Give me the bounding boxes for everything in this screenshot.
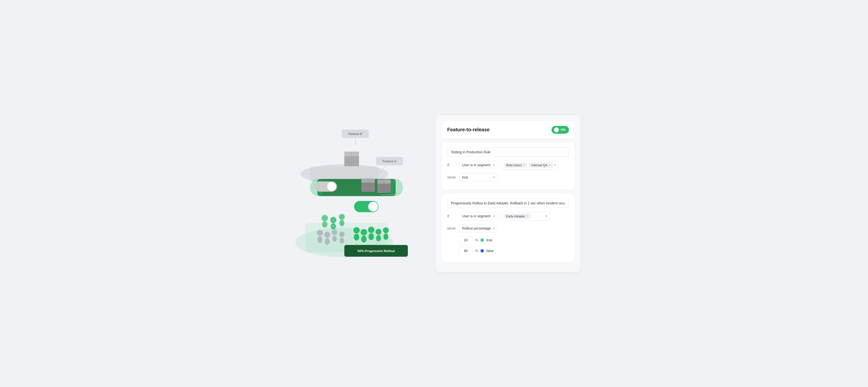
config-panel: Feature-to-release ON If User is in segm…: [435, 115, 581, 272]
rule1-condition-dropdown[interactable]: User is in segment ▾: [459, 161, 498, 169]
rule2-serve-row: serve Rollout percentage ▾: [447, 224, 569, 233]
svg-point-36: [332, 236, 337, 242]
rule1-tags-container[interactable]: Beta Users × Internal QA × ▾: [501, 160, 559, 170]
feature-toggle[interactable]: ON: [552, 126, 569, 134]
svg-point-37: [339, 232, 345, 237]
rule2-card: If User is in segment ▾ Early Adopter × …: [441, 194, 575, 262]
feature-header: Feature-to-release ON: [441, 121, 575, 139]
toggle-circle: [554, 127, 559, 132]
svg-point-42: [361, 236, 367, 242]
rule2-pct-row-true: % true: [459, 236, 569, 244]
svg-text:Feature A: Feature A: [383, 159, 397, 163]
svg-point-28: [368, 202, 378, 211]
rule1-if-label: If: [447, 163, 456, 167]
rule1-condition-value: User is in segment: [462, 163, 491, 167]
rule2-serve-value: Rollout percentage: [462, 227, 491, 230]
rule2-serve-dropdown[interactable]: Rollout percentage ▾: [459, 224, 498, 233]
rule1-if-row: If User is in segment ▾ Beta Users × Int…: [447, 160, 569, 170]
svg-point-40: [354, 234, 359, 241]
svg-point-49: [321, 215, 328, 221]
rule1-serve-value: true: [462, 175, 468, 179]
svg-point-52: [331, 223, 336, 230]
rule2-condition-chevron: ▾: [493, 214, 495, 218]
rule2-tags-chevron: ▾: [546, 214, 547, 218]
svg-point-34: [325, 238, 330, 245]
svg-point-47: [383, 227, 389, 233]
rule2-if-label: If: [447, 214, 456, 218]
rule1-tag-beta-users: Beta Users ×: [504, 162, 527, 168]
rule2-tag-early-adopter-remove[interactable]: ×: [527, 214, 528, 218]
rule2-pct-row-false: % false: [459, 247, 569, 255]
rule1-tag-internal-qa-label: Internal QA: [531, 163, 548, 167]
svg-point-32: [317, 236, 322, 243]
rule2-name-input[interactable]: [447, 199, 569, 208]
toggle-label: ON: [561, 128, 566, 131]
rule2-pct-false-label: false: [486, 249, 494, 253]
rule2-tag-early-adopter-label: Early Adopter: [506, 214, 525, 218]
svg-point-35: [332, 230, 337, 235]
feature-title: Feature-to-release: [447, 127, 490, 132]
svg-point-41: [361, 229, 367, 235]
rule2-pct-true-dot: [480, 238, 484, 242]
rule1-serve-chevron: ▾: [493, 176, 495, 179]
rule2-pct-false-symbol: %: [475, 249, 478, 253]
svg-text:Feature B: Feature B: [348, 132, 362, 136]
svg-point-33: [324, 232, 330, 238]
rule1-card: If User is in segment ▾ Beta Users × Int…: [441, 143, 575, 190]
rule1-tags-chevron: ▾: [555, 163, 556, 167]
svg-text:50% Progressive Rollout: 50% Progressive Rollout: [358, 249, 395, 253]
svg-point-50: [322, 221, 328, 228]
rule2-serve-label: serve: [447, 227, 456, 230]
svg-point-26: [327, 182, 336, 191]
rule2-pct-true-label: true: [486, 238, 492, 242]
svg-point-38: [340, 238, 344, 243]
rule1-serve-row: serve true ▾: [447, 173, 569, 181]
rule2-pct-false-dot: [480, 249, 484, 252]
svg-point-54: [339, 220, 344, 226]
rule1-tag-internal-qa: Internal QA ×: [529, 162, 553, 168]
rule1-condition-chevron: ▾: [493, 163, 495, 167]
svg-point-51: [330, 217, 337, 223]
svg-point-53: [339, 214, 345, 220]
rule2-if-row: If User is in segment ▾ Early Adopter × …: [447, 212, 569, 221]
rule1-name-input[interactable]: [447, 147, 569, 157]
rule2-pct-true-input[interactable]: [459, 236, 473, 244]
rule2-pct-true-symbol: %: [475, 238, 478, 242]
rule1-serve-dropdown[interactable]: true ▾: [459, 173, 498, 181]
rule2-condition-value: User is in segment: [462, 214, 491, 218]
svg-point-31: [317, 230, 323, 236]
svg-point-43: [368, 227, 374, 233]
illustration-svg: Feature B Feature A: [287, 125, 421, 262]
rule2-pct-false-input[interactable]: [459, 247, 473, 255]
rule1-tag-beta-users-remove[interactable]: ×: [523, 163, 525, 167]
rule2-tag-early-adopter: Early Adopter ×: [504, 213, 531, 219]
rule2-tags-container[interactable]: Early Adopter × ▾: [501, 212, 550, 221]
main-container: Feature B Feature A: [287, 115, 581, 272]
svg-point-39: [353, 227, 360, 234]
svg-point-45: [376, 229, 381, 235]
rule1-tag-beta-users-label: Beta Users: [506, 163, 522, 167]
illustration-panel: Feature B Feature A: [287, 125, 421, 262]
svg-point-44: [369, 233, 374, 240]
svg-point-46: [376, 235, 381, 241]
svg-point-48: [383, 234, 388, 240]
rule1-tag-internal-qa-remove[interactable]: ×: [549, 163, 551, 167]
rule2-serve-chevron: ▾: [493, 227, 495, 230]
rule2-condition-dropdown[interactable]: User is in segment ▾: [459, 212, 498, 220]
rule1-serve-label: serve: [447, 175, 456, 179]
